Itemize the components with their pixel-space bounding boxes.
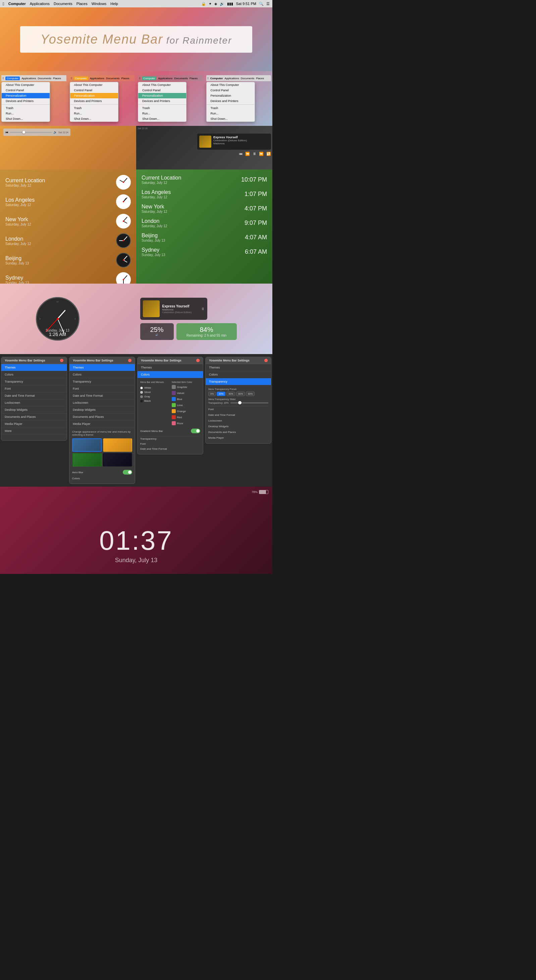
song-title: Express Yourself xyxy=(213,135,269,139)
pause-icon[interactable]: ⏸ xyxy=(201,307,205,311)
settings-colors-4[interactable]: Colors xyxy=(206,371,271,378)
transparency-slider-row: Transparency: 20% xyxy=(208,402,268,404)
mini-computer-highlight-1: Computer xyxy=(5,76,20,80)
next-icon[interactable]: 🔊 xyxy=(53,130,57,134)
theme-thumb-green[interactable] xyxy=(72,453,101,466)
album-art-med xyxy=(143,301,160,317)
settings-panel-3: Yosemite Menu Bar Settings Themes Colors… xyxy=(137,357,203,454)
settings-title-2: Yosemite Menu Bar Settings xyxy=(73,359,113,362)
menubar-places[interactable]: Places xyxy=(76,2,87,6)
volume-icon: 🔊 xyxy=(220,2,224,6)
mini-dropdown-1: About This Computer Control Panel Person… xyxy=(2,82,50,122)
settings-content-4: Menu Transparency Preset 0% 20% 40% 60% … xyxy=(206,385,271,443)
datetime-link-4[interactable]: Date and Time Format xyxy=(208,412,268,418)
menu-screenshot-3:  Computer Applications Documents Places… xyxy=(136,74,204,123)
docs-link-4[interactable]: Documents and Places xyxy=(208,429,268,435)
settings-font-1[interactable]: Font xyxy=(2,385,67,392)
mini-menubar-3:  Computer Applications Documents Places xyxy=(138,75,203,81)
preset-20[interactable]: 20% xyxy=(217,392,225,396)
settings-colors-3[interactable]: Colors xyxy=(138,371,203,378)
big-clock-center xyxy=(57,318,59,320)
color-list-menu: White Silver Gray Black xyxy=(140,384,169,404)
time-right: Sat 22:26 xyxy=(138,127,147,130)
preset-60[interactable]: 60% xyxy=(236,392,245,396)
settings-colors-2[interactable]: Colors xyxy=(70,371,135,378)
media-row: ⏮ 🔊 Sat 22:24 Sat 22:26 Express Yourself… xyxy=(0,126,272,170)
bluetooth-icon: ✦ xyxy=(209,2,212,6)
settings-docs-2[interactable]: Documents and Places xyxy=(70,414,135,420)
settings-transparency-2[interactable]: Transparency xyxy=(70,378,135,385)
transparency-link[interactable]: Transparency xyxy=(140,436,200,441)
settings-themes-4[interactable]: Themes xyxy=(206,364,271,371)
lockscreen-section: 78% 01:37 Sunday, July 13 xyxy=(0,487,272,574)
mini-slider[interactable] xyxy=(10,132,52,133)
font-link-4[interactable]: Font xyxy=(208,406,268,412)
prev-icon[interactable]: ⏮ xyxy=(5,130,8,134)
theme-thumb-blue[interactable] xyxy=(72,438,101,452)
settings-widgets-2[interactable]: Desktop Widgets xyxy=(70,406,135,414)
lockscreen-link-4[interactable]: Lockscreen xyxy=(208,418,268,423)
digital-clock-entry-2: New York Saturday, July 12 4:07 PM xyxy=(141,204,267,213)
settings-lockscreen-1[interactable]: Lockscreen xyxy=(2,399,67,406)
prev-button[interactable]: ⏪ xyxy=(245,152,250,156)
menubar-documents[interactable]: Documents xyxy=(54,2,73,6)
settings-datetime-1[interactable]: Date and Time Format xyxy=(2,392,67,399)
font-link[interactable]: Font xyxy=(140,441,200,446)
settings-panel-4: Yosemite Menu Bar Settings Themes Colors… xyxy=(205,357,271,444)
close-button-3[interactable] xyxy=(196,359,200,362)
volume-label: 🔊 xyxy=(155,334,158,336)
settings-row: Yosemite Menu Bar Settings Themes Colors… xyxy=(0,354,272,487)
digital-clock-entry-4: Beijing Sunday, July 13 4:07 AM xyxy=(141,232,267,242)
search-icon[interactable]: 🔍 xyxy=(259,2,264,6)
next-button[interactable]: ⏩ xyxy=(259,152,264,156)
preset-80[interactable]: 80% xyxy=(246,392,255,396)
pause-button[interactable]: ⏸ xyxy=(252,152,256,156)
big-clock-time: 1:26 AM xyxy=(37,332,78,337)
close-button-4[interactable] xyxy=(264,359,268,362)
menu-screenshot-2:  Computer Applications Documents Places… xyxy=(68,74,136,123)
lock-icon: 🔒 xyxy=(201,2,206,6)
preset-40[interactable]: 40% xyxy=(227,392,235,396)
menubar-windows[interactable]: Windows xyxy=(92,2,107,6)
settings-more-1[interactable]: More xyxy=(2,428,67,434)
media-link-4[interactable]: Media Player xyxy=(208,435,268,441)
rewind-button[interactable]: ⏮ xyxy=(239,152,243,156)
analog-clock-1 xyxy=(116,194,131,209)
battery-pct-label: 78% xyxy=(252,490,258,494)
settings-transparency-4[interactable]: Transparency xyxy=(206,378,271,385)
settings-colors-below[interactable]: Colors xyxy=(72,476,132,481)
list-icon[interactable]: ☰ xyxy=(266,2,270,6)
settings-docs-1[interactable]: Documents and Places xyxy=(2,414,67,420)
preset-0[interactable]: 0% xyxy=(208,392,216,396)
transparency-range[interactable] xyxy=(230,402,268,403)
clock-entry-2: New York Saturday, July 12 xyxy=(5,214,131,229)
settings-lockscreen-2[interactable]: Lockscreen xyxy=(70,399,135,406)
menubar-help[interactable]: Help xyxy=(110,2,118,6)
settings-widgets-1[interactable]: Desktop Widgets xyxy=(2,406,67,414)
settings-themes-2[interactable]: Themes xyxy=(70,364,135,371)
settings-media-1[interactable]: Media Player xyxy=(2,420,67,428)
gradient-toggle[interactable] xyxy=(191,429,200,433)
widgets-link-4[interactable]: Desktop Widgets xyxy=(208,423,268,429)
aero-blur-toggle[interactable] xyxy=(123,470,132,474)
banner-title: Yosemite Menu Bar for Rainmeter xyxy=(40,32,232,47)
theme-thumb-orange[interactable] xyxy=(103,438,133,452)
settings-media-2[interactable]: Media Player xyxy=(70,420,135,428)
close-button-2[interactable] xyxy=(128,359,132,362)
volume-percent: 25% xyxy=(150,326,163,334)
settings-font-2[interactable]: Font xyxy=(70,385,135,392)
menubar-computer[interactable]: Computer xyxy=(8,2,26,6)
settings-themes-1[interactable]: Themes xyxy=(2,364,67,371)
transparency-value: Transparency: 20% xyxy=(208,402,228,404)
settings-colors-1[interactable]: Colors xyxy=(2,371,67,378)
theme-thumb-dark[interactable] xyxy=(103,453,133,466)
menubar-applications[interactable]: Applications xyxy=(30,2,50,6)
datetime-link[interactable]: Date and Time Format xyxy=(140,446,200,452)
settings-themes-3[interactable]: Themes xyxy=(138,364,203,371)
settings-datetime-2[interactable]: Date and Time Format xyxy=(70,392,135,399)
close-button-1[interactable] xyxy=(60,359,63,362)
top-menubar:  Computer Applications Documents Places… xyxy=(0,0,272,7)
repeat-button[interactable]: 🔁 xyxy=(266,152,271,156)
clock-entry-1: Los Angeles Saturday, July 12 xyxy=(5,194,131,209)
settings-transparency-1[interactable]: Transparency xyxy=(2,378,67,385)
